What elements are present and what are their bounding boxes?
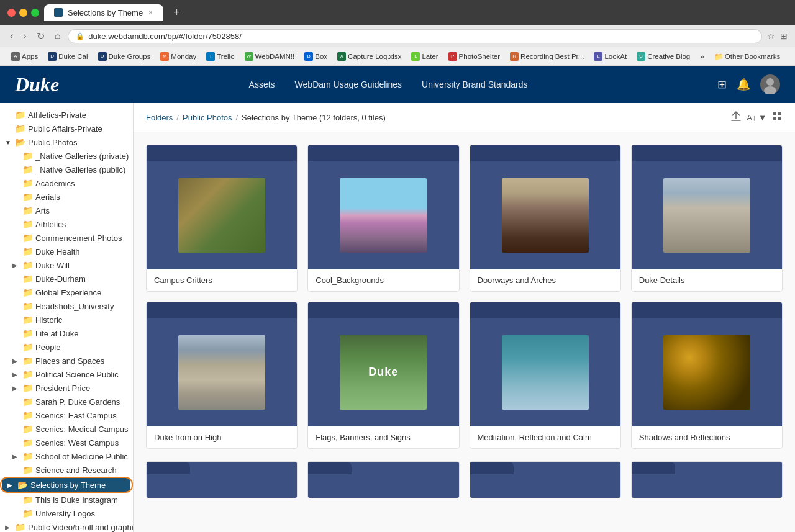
browser-tab[interactable]: Selections by Theme ✕ bbox=[44, 4, 163, 21]
thumbnail-image bbox=[502, 335, 589, 410]
sidebar-item-historic[interactable]: 📁 Historic bbox=[0, 313, 133, 327]
bookmark-dukecal[interactable]: D Duke Cal bbox=[44, 51, 91, 62]
sidebar-item-aerials[interactable]: 📁 Aerials bbox=[0, 190, 133, 204]
notifications-btn[interactable]: 🔔 bbox=[737, 78, 750, 91]
sidebar-item-selections-theme[interactable]: ▶ 📂 Selections by Theme bbox=[2, 478, 130, 492]
home-btn[interactable]: ⌂ bbox=[52, 29, 63, 43]
sidebar-item-school-medicine[interactable]: ▶ 📁 School of Medicine Public bbox=[0, 449, 133, 463]
tab-close-btn[interactable]: ✕ bbox=[148, 9, 153, 17]
sidebar-item-polsci[interactable]: ▶ 📁 Political Science Public bbox=[0, 367, 133, 381]
sidebar-label: President Price bbox=[35, 384, 90, 393]
sidebar-item-public-photos[interactable]: ▼ 📂 Public Photos bbox=[0, 135, 133, 149]
sort-btn[interactable]: A↓ ▼ bbox=[747, 113, 766, 122]
sidebar-item-athletics[interactable]: 📁 Athletics bbox=[0, 217, 133, 231]
bookmark-box[interactable]: B Box bbox=[301, 51, 331, 62]
folder-card-extra-1[interactable] bbox=[146, 461, 298, 498]
folder-tab bbox=[147, 145, 190, 158]
bookmark-photoshelter[interactable]: P PhotoShelter bbox=[445, 51, 504, 62]
bookmark-monday[interactable]: M Monday bbox=[157, 51, 200, 62]
user-avatar[interactable] bbox=[760, 74, 780, 94]
sidebar-item-people[interactable]: 📁 People bbox=[0, 340, 133, 354]
bookmark-dukegroups[interactable]: D Duke Groups bbox=[94, 51, 155, 62]
sidebar-item-arts[interactable]: 📁 Arts bbox=[0, 204, 133, 217]
sidebar-label: Sarah P. Duke Gardens bbox=[35, 397, 120, 407]
bookmark-otherbookmarks[interactable]: 📁 Other Bookmarks bbox=[711, 51, 784, 62]
bookmark-star-btn[interactable]: ☆ bbox=[767, 31, 775, 41]
folder-card-extra-4[interactable] bbox=[631, 461, 783, 498]
sidebar-item-commencement[interactable]: 📁 Commencement Photos bbox=[0, 231, 133, 245]
sidebar-item-president[interactable]: ▶ 📁 President Price bbox=[0, 381, 133, 395]
sidebar-label: Duke-Durham bbox=[35, 274, 86, 284]
folder-card-shadows[interactable]: Shadows and Reflections bbox=[631, 302, 783, 449]
sidebar-item-duke-health[interactable]: 📁 Duke Health bbox=[0, 245, 133, 258]
share-icon-btn[interactable] bbox=[730, 110, 742, 124]
expand-icon: ▶ bbox=[7, 482, 15, 489]
nav-assets[interactable]: Assets bbox=[249, 79, 275, 89]
sidebar-item-global[interactable]: 📁 Global Experience bbox=[0, 286, 133, 299]
duke-logo-text: Duke bbox=[15, 73, 59, 96]
bookmark-capturelog[interactable]: X Capture Log.xlsx bbox=[334, 51, 405, 62]
sidebar-item-headshots[interactable]: 📁 Headshots_University bbox=[0, 299, 133, 313]
refresh-btn[interactable]: ↻ bbox=[34, 29, 47, 43]
bookmark-trello[interactable]: T Trello bbox=[202, 51, 238, 62]
sidebar-label: Scenics: Medical Campus bbox=[35, 425, 129, 434]
new-tab-btn[interactable]: + bbox=[168, 5, 185, 20]
bookmark-lookat[interactable]: L LookAt bbox=[590, 51, 630, 62]
sidebar-item-public-video[interactable]: ▶ 📁 Public Video/b-roll and graphic bbox=[0, 520, 133, 532]
folder-card-extra-2[interactable] bbox=[307, 461, 459, 498]
folder-icon: 📁 bbox=[22, 328, 33, 338]
nav-webdam-guidelines[interactable]: WebDam Usage Guidelines bbox=[295, 79, 402, 89]
bookmark-apps[interactable]: A Apps bbox=[7, 51, 42, 62]
sidebar-item-scenics-west[interactable]: 📁 Scenics: West Campus bbox=[0, 436, 133, 449]
minimize-window-btn[interactable] bbox=[19, 9, 27, 17]
sidebar-item-places[interactable]: ▶ 📁 Places and Spaces bbox=[0, 354, 133, 367]
sidebar-item-sarah-duke[interactable]: 📁 Sarah P. Duke Gardens bbox=[0, 395, 133, 408]
sidebar-label: Public Video/b-roll and graphic bbox=[28, 523, 134, 532]
bookmark-webdamn[interactable]: W WebDAMN!! bbox=[241, 51, 299, 62]
folder-card-duke-details[interactable]: Duke Details bbox=[631, 145, 783, 292]
breadcrumb-public-photos[interactable]: Public Photos bbox=[183, 113, 232, 122]
sidebar-item-this-is-duke[interactable]: 📁 This is Duke Instagram bbox=[0, 493, 133, 507]
sidebar-item-public-affairs-private[interactable]: 📁 Public Affairs-Private bbox=[0, 122, 133, 135]
folder-tab bbox=[632, 462, 675, 474]
sidebar-item-duke-durham[interactable]: 📁 Duke-Durham bbox=[0, 272, 133, 286]
sidebar-item-academics[interactable]: 📁 Academics bbox=[0, 176, 133, 190]
sidebar-item-native-public[interactable]: 📁 _Native Galleries (public) bbox=[0, 163, 133, 176]
bookmark-recording[interactable]: R Recording Best Pr... bbox=[506, 51, 588, 62]
sidebar-item-scenics-medical[interactable]: 📁 Scenics: Medical Campus bbox=[0, 422, 133, 436]
close-window-btn[interactable] bbox=[7, 9, 16, 17]
forward-btn[interactable]: › bbox=[20, 29, 29, 43]
bookmark-creativeblog[interactable]: C Creative Blog bbox=[633, 51, 694, 62]
folder-icon: 📁 bbox=[22, 205, 33, 215]
folder-card-cool-backgrounds[interactable]: Cool_Backgrounds bbox=[307, 145, 459, 292]
back-btn[interactable]: ‹ bbox=[7, 29, 16, 43]
sidebar-item-duke-will[interactable]: ▶ 📁 Duke Will bbox=[0, 258, 133, 272]
bookmark-later[interactable]: L Later bbox=[407, 51, 442, 62]
folder-tab bbox=[632, 302, 675, 315]
folder-card-extra-3[interactable] bbox=[470, 461, 621, 498]
folder-card-meditation[interactable]: Meditation, Reflection and Calm bbox=[470, 302, 621, 449]
share-icon bbox=[730, 110, 742, 122]
sidebar-item-native-private[interactable]: 📁 _Native Galleries (private) bbox=[0, 149, 133, 163]
folder-icon: 📁 bbox=[22, 438, 33, 448]
sidebar-item-university-logos[interactable]: 📁 University Logos bbox=[0, 507, 133, 520]
sidebar-item-life-at-duke[interactable]: 📁 Life at Duke bbox=[0, 327, 133, 340]
folder-card-doorways[interactable]: Doorways and Arches bbox=[470, 145, 621, 292]
view-toggle-btn[interactable] bbox=[771, 110, 783, 124]
bookmark-capturelog-label: Capture Log.xlsx bbox=[348, 53, 401, 60]
nav-brand-standards[interactable]: University Brand Standards bbox=[422, 79, 527, 89]
sidebar-item-science[interactable]: 📁 Science and Research bbox=[0, 463, 133, 477]
maximize-window-btn[interactable] bbox=[31, 9, 39, 17]
extensions-btn[interactable]: ⊞ bbox=[780, 31, 788, 41]
folder-card-campus-critters[interactable]: Campus Critters bbox=[146, 145, 298, 292]
thumbnail-image bbox=[663, 335, 750, 410]
sidebar-item-athletics-private[interactable]: 📁 Athletics-Private bbox=[0, 108, 133, 122]
bookmark-trello-label: Trello bbox=[217, 53, 234, 60]
folder-card-duke-high[interactable]: Duke from on High bbox=[146, 302, 298, 449]
sidebar-item-scenics-east[interactable]: 📁 Scenics: East Campus bbox=[0, 408, 133, 422]
grid-icon-btn[interactable]: ⊞ bbox=[717, 78, 727, 91]
folder-card-flags[interactable]: Duke Flags, Banners, and Signs bbox=[307, 302, 459, 449]
breadcrumb-folders[interactable]: Folders bbox=[146, 113, 173, 122]
address-bar[interactable]: 🔒 duke.webdamdb.com/bp/#/folder/7502858/ bbox=[68, 29, 762, 43]
bookmark-more[interactable]: » bbox=[696, 52, 707, 61]
